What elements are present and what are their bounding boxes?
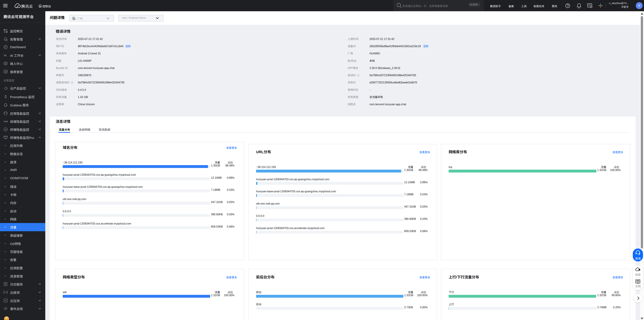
svg-text:AI: AI xyxy=(4,54,6,57)
svg-text:RUM: RUM xyxy=(4,121,8,123)
